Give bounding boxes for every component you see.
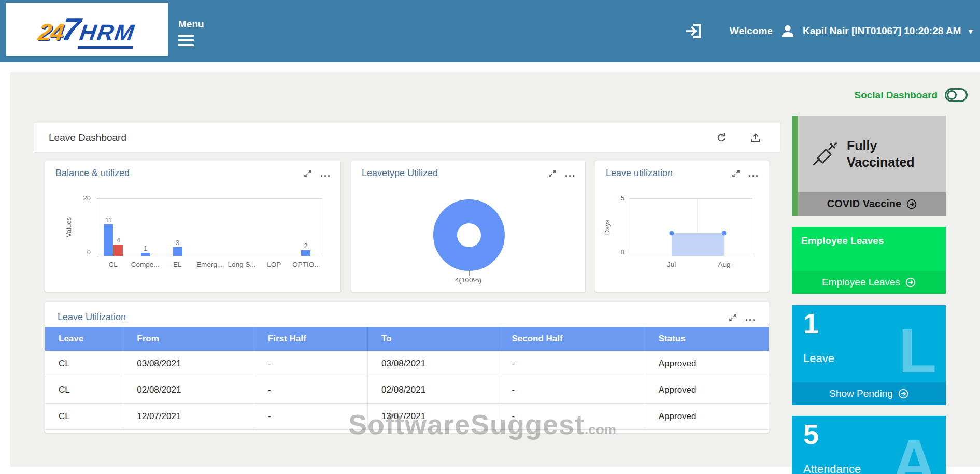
table-cell: - bbox=[498, 351, 645, 377]
bar-group: 2 bbox=[290, 199, 322, 256]
x-axis-label: EL bbox=[161, 261, 193, 268]
leave-count-label: Leave bbox=[803, 352, 834, 365]
leave-letter-watermark: L bbox=[899, 320, 936, 382]
area-chart-plot[interactable] bbox=[630, 198, 752, 256]
chevron-down-icon[interactable]: ▾ bbox=[968, 26, 973, 37]
table-cell: - bbox=[498, 404, 645, 430]
header-separator bbox=[0, 62, 980, 72]
leave-utilization-table-card: Leave Utilization ... LeaveFromFirst Hal… bbox=[45, 302, 769, 433]
bar bbox=[173, 247, 182, 256]
x-axis-label: Jul bbox=[667, 261, 676, 268]
bar-group bbox=[225, 199, 258, 256]
welcome-label: Welcome bbox=[730, 25, 773, 37]
table-cell: 13/07/2021 bbox=[368, 404, 498, 430]
export-icon[interactable] bbox=[750, 132, 761, 143]
column-header: Second Half bbox=[498, 327, 645, 351]
chart-title: Leavetype Utilized bbox=[362, 168, 438, 179]
table-row[interactable]: CL12/07/2021-13/07/2021-Approved bbox=[45, 404, 769, 430]
brand-logo-text: 247HRM bbox=[36, 11, 138, 48]
bar-value-label: 2 bbox=[304, 242, 308, 250]
table-cell: - bbox=[498, 377, 645, 404]
donut-slice-label: 4(100%) bbox=[351, 276, 585, 284]
column-header: Status bbox=[645, 327, 769, 351]
x-axis-label: LOP bbox=[258, 261, 290, 268]
refresh-icon[interactable] bbox=[716, 132, 727, 143]
leave-dashboard-header: Leave Dashboard bbox=[34, 123, 780, 152]
employee-leaves-button-label: Employee Leaves bbox=[822, 277, 900, 288]
y-axis-tick: 20 bbox=[75, 194, 91, 202]
table-row[interactable]: CL02/08/2021-02/08/2021-Approved bbox=[45, 377, 769, 404]
table-cell: 03/08/2021 bbox=[368, 351, 498, 377]
leave-count: 1 bbox=[803, 307, 819, 339]
table-cell: CL bbox=[45, 351, 123, 377]
arrow-circle-icon bbox=[898, 389, 908, 399]
table-header-row: LeaveFromFirst HalfToSecond HalfStatus bbox=[45, 327, 769, 351]
show-pending-button-label: Show Pending bbox=[829, 388, 893, 399]
table-cell: Approved bbox=[645, 351, 769, 377]
bar-value-label: 4 bbox=[117, 237, 120, 244]
y-axis-tick: 0 bbox=[609, 248, 624, 256]
covid-vaccine-widget: Fully Vaccinated COVID Vaccine bbox=[792, 116, 946, 216]
x-axis-label: Emerg... bbox=[193, 261, 225, 268]
show-pending-button[interactable]: Show Pending bbox=[792, 382, 946, 405]
toggle-knob bbox=[947, 90, 957, 100]
bar-value-label: 3 bbox=[176, 239, 179, 247]
column-header: First Half bbox=[254, 327, 367, 351]
leavetype-utilized-card: Leavetype Utilized ... 4(100%) bbox=[351, 161, 585, 292]
table-cell: Approved bbox=[645, 377, 769, 404]
arrow-circle-icon bbox=[905, 277, 916, 288]
table-row[interactable]: CL03/08/2021-03/08/2021-Approved bbox=[45, 351, 769, 377]
social-dashboard-row: Social Dashboard bbox=[855, 88, 968, 102]
donut-chart[interactable] bbox=[428, 194, 510, 277]
more-options-icon[interactable]: ... bbox=[565, 171, 576, 176]
social-dashboard-label: Social Dashboard bbox=[855, 90, 938, 101]
menu-label: Menu bbox=[178, 19, 204, 30]
employee-leaves-title: Employee Leaves bbox=[792, 227, 946, 247]
column-header: Leave bbox=[45, 327, 123, 351]
expand-icon[interactable] bbox=[304, 169, 312, 178]
expand-icon[interactable] bbox=[732, 169, 740, 178]
header-user-area: Welcome Kapil Nair [INT01067] 10:20:28 A… bbox=[684, 0, 973, 62]
more-options-icon[interactable]: ... bbox=[748, 171, 759, 176]
bar-group: 114 bbox=[97, 199, 130, 256]
bar-chart-plot[interactable]: 114132 bbox=[97, 198, 322, 256]
more-options-icon[interactable]: ... bbox=[745, 315, 756, 320]
arrow-circle-icon bbox=[906, 199, 917, 209]
table-cell: 02/08/2021 bbox=[123, 377, 254, 404]
user-name[interactable]: Kapil Nair [INT01067] 10:20:28 AM bbox=[803, 25, 961, 37]
attendance-count-widget: 5 Attendance A bbox=[792, 416, 946, 474]
logout-icon[interactable] bbox=[684, 21, 704, 41]
leave-dashboard-actions bbox=[716, 132, 761, 143]
x-axis-label: Aug bbox=[718, 261, 730, 268]
menu-button[interactable]: Menu bbox=[178, 19, 204, 49]
expand-icon[interactable] bbox=[548, 169, 557, 178]
table-cell: CL bbox=[45, 377, 123, 404]
table-cell: - bbox=[254, 351, 367, 377]
y-axis-tick: 0 bbox=[75, 248, 91, 256]
table-title: Leave Utilization bbox=[58, 312, 126, 323]
bar-group bbox=[258, 199, 290, 256]
bar bbox=[113, 245, 123, 256]
donut-label-connector bbox=[469, 269, 470, 276]
attendance-count: 5 bbox=[803, 418, 819, 450]
employee-leaves-widget: Employee Leaves Employee Leaves bbox=[792, 227, 946, 294]
expand-icon[interactable] bbox=[729, 313, 737, 322]
social-dashboard-toggle[interactable] bbox=[945, 88, 968, 102]
x-axis-label: OPTIO... bbox=[290, 261, 322, 268]
green-accent-stripe bbox=[792, 116, 798, 216]
column-header: From bbox=[123, 327, 254, 351]
vaccine-status-title: Fully Vaccinated bbox=[847, 137, 915, 171]
user-avatar-icon bbox=[780, 23, 796, 39]
column-header: To bbox=[368, 327, 498, 351]
covid-vaccine-button[interactable]: COVID Vaccine bbox=[798, 192, 946, 216]
x-axis-label: CL bbox=[97, 261, 129, 268]
employee-leaves-button[interactable]: Employee Leaves bbox=[792, 271, 946, 294]
table-cell: 03/08/2021 bbox=[123, 351, 254, 377]
leave-utilization-chart-card: Leave utilization ... Days 5 0 JulAug bbox=[595, 161, 769, 292]
leave-count-widget: 1 Leave L Show Pending bbox=[792, 305, 946, 405]
more-options-icon[interactable]: ... bbox=[320, 171, 331, 176]
x-axis-label: Long S... bbox=[226, 261, 258, 268]
table-cell: - bbox=[254, 404, 367, 430]
brand-logo[interactable]: 247HRM bbox=[6, 3, 168, 56]
attendance-letter-watermark: A bbox=[891, 430, 936, 474]
